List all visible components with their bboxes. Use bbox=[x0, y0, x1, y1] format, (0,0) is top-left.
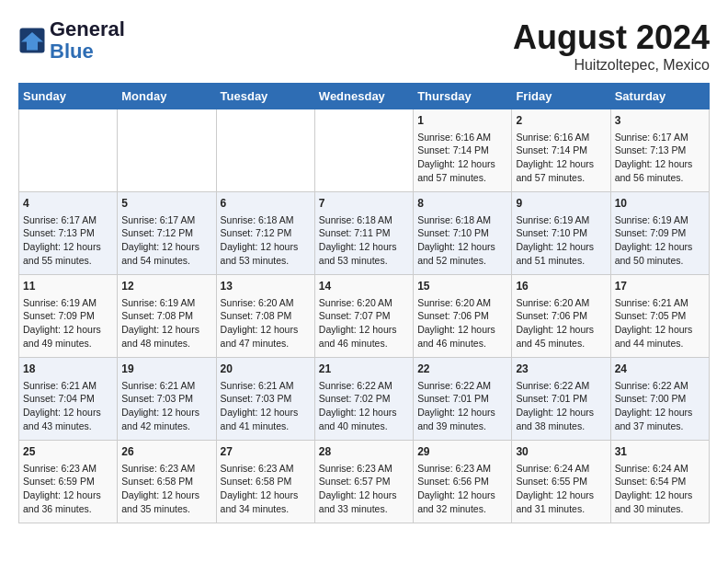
day-info: and 38 minutes. bbox=[516, 419, 606, 433]
day-info: Daylight: 12 hours bbox=[319, 488, 409, 502]
day-number: 24 bbox=[615, 362, 705, 377]
day-number: 21 bbox=[319, 362, 409, 377]
calendar-cell: 9Sunrise: 6:19 AMSunset: 7:10 PMDaylight… bbox=[512, 192, 610, 275]
day-number: 11 bbox=[23, 279, 113, 294]
day-info: Sunrise: 6:23 AM bbox=[221, 462, 311, 476]
day-number: 30 bbox=[516, 444, 606, 460]
day-info: Sunrise: 6:23 AM bbox=[319, 462, 409, 476]
calendar-cell: 27Sunrise: 6:23 AMSunset: 6:58 PMDayligh… bbox=[216, 441, 314, 523]
day-number: 23 bbox=[516, 362, 606, 377]
column-header-sunday: Sunday bbox=[19, 84, 118, 109]
day-number: 26 bbox=[121, 444, 211, 460]
day-info: and 53 minutes. bbox=[319, 254, 409, 268]
day-number: 16 bbox=[516, 279, 606, 294]
day-info: Sunrise: 6:24 AM bbox=[516, 462, 606, 476]
calendar-cell: 12Sunrise: 6:19 AMSunset: 7:08 PMDayligh… bbox=[118, 275, 216, 358]
day-info: Sunset: 7:11 PM bbox=[319, 226, 409, 240]
day-info: Daylight: 12 hours bbox=[221, 240, 311, 254]
day-info: Daylight: 12 hours bbox=[319, 240, 409, 254]
day-info: and 46 minutes. bbox=[319, 337, 409, 350]
day-info: and 57 minutes. bbox=[417, 171, 507, 185]
calendar-cell: 18Sunrise: 6:21 AMSunset: 7:04 PMDayligh… bbox=[19, 358, 118, 441]
calendar-cell: 16Sunrise: 6:20 AMSunset: 7:06 PMDayligh… bbox=[512, 275, 610, 358]
calendar-header-row: SundayMondayTuesdayWednesdayThursdayFrid… bbox=[19, 84, 710, 109]
day-info: Sunset: 7:07 PM bbox=[319, 309, 409, 323]
day-number: 15 bbox=[417, 279, 507, 294]
calendar-cell: 20Sunrise: 6:21 AMSunset: 7:03 PMDayligh… bbox=[216, 358, 314, 441]
day-info: Daylight: 12 hours bbox=[417, 488, 507, 502]
day-info: Daylight: 12 hours bbox=[516, 406, 606, 419]
day-number: 6 bbox=[221, 196, 311, 212]
day-info: Sunset: 7:08 PM bbox=[221, 309, 311, 323]
day-info: Daylight: 12 hours bbox=[23, 240, 113, 254]
day-number: 12 bbox=[121, 279, 211, 294]
day-info: Sunrise: 6:21 AM bbox=[23, 379, 113, 393]
day-info: Sunrise: 6:22 AM bbox=[516, 379, 606, 393]
day-info: and 31 minutes. bbox=[516, 502, 606, 516]
day-info: Sunset: 7:12 PM bbox=[221, 226, 311, 240]
calendar-cell: 19Sunrise: 6:21 AMSunset: 7:03 PMDayligh… bbox=[118, 358, 216, 441]
calendar-cell: 10Sunrise: 6:19 AMSunset: 7:09 PMDayligh… bbox=[610, 192, 709, 275]
day-info: and 48 minutes. bbox=[121, 337, 211, 350]
day-info: Sunset: 6:58 PM bbox=[221, 475, 311, 488]
location-subtitle: Huitzoltepec, Mexico bbox=[513, 57, 710, 74]
day-info: Sunset: 7:03 PM bbox=[221, 392, 311, 406]
calendar-cell: 30Sunrise: 6:24 AMSunset: 6:55 PMDayligh… bbox=[512, 441, 610, 523]
day-info: Sunrise: 6:20 AM bbox=[417, 296, 507, 310]
day-info: Daylight: 12 hours bbox=[221, 488, 311, 502]
calendar-cell: 5Sunrise: 6:17 AMSunset: 7:12 PMDaylight… bbox=[118, 192, 216, 275]
day-info: and 40 minutes. bbox=[319, 419, 409, 433]
day-info: and 57 minutes. bbox=[516, 171, 606, 185]
column-header-tuesday: Tuesday bbox=[216, 84, 314, 109]
column-header-wednesday: Wednesday bbox=[314, 84, 413, 109]
day-info: Sunrise: 6:22 AM bbox=[417, 379, 507, 393]
day-info: Daylight: 12 hours bbox=[23, 323, 113, 337]
day-info: Sunrise: 6:23 AM bbox=[417, 462, 507, 476]
day-info: Daylight: 12 hours bbox=[221, 323, 311, 337]
calendar-cell: 8Sunrise: 6:18 AMSunset: 7:10 PMDaylight… bbox=[414, 192, 512, 275]
day-info: Sunset: 7:14 PM bbox=[417, 144, 507, 157]
logo-line2: Blue bbox=[50, 40, 125, 63]
day-info: Daylight: 12 hours bbox=[615, 157, 705, 171]
day-info: and 56 minutes. bbox=[615, 171, 705, 185]
day-info: Sunset: 7:09 PM bbox=[615, 226, 705, 240]
day-info: Sunset: 7:06 PM bbox=[417, 309, 507, 323]
logo: General Blue bbox=[18, 18, 125, 63]
day-info: Daylight: 12 hours bbox=[417, 240, 507, 254]
day-info: Sunset: 6:56 PM bbox=[417, 475, 507, 488]
day-info: Sunset: 7:09 PM bbox=[23, 309, 113, 323]
day-info: Sunrise: 6:19 AM bbox=[615, 213, 705, 227]
day-info: Sunrise: 6:16 AM bbox=[516, 131, 606, 144]
calendar-cell bbox=[314, 109, 413, 192]
day-info: Sunset: 6:57 PM bbox=[319, 475, 409, 488]
calendar-week-row: 4Sunrise: 6:17 AMSunset: 7:13 PMDaylight… bbox=[19, 192, 710, 275]
day-info: Sunrise: 6:24 AM bbox=[615, 462, 705, 476]
day-info: Sunrise: 6:20 AM bbox=[319, 296, 409, 310]
day-info: and 55 minutes. bbox=[23, 254, 113, 268]
day-info: and 53 minutes. bbox=[221, 254, 311, 268]
day-info: Sunrise: 6:17 AM bbox=[615, 131, 705, 144]
day-number: 28 bbox=[319, 444, 409, 460]
calendar-cell: 26Sunrise: 6:23 AMSunset: 6:58 PMDayligh… bbox=[118, 441, 216, 523]
day-info: Daylight: 12 hours bbox=[121, 488, 211, 502]
day-info: Sunset: 6:58 PM bbox=[121, 475, 211, 488]
day-info: Daylight: 12 hours bbox=[615, 240, 705, 254]
calendar-cell: 29Sunrise: 6:23 AMSunset: 6:56 PMDayligh… bbox=[414, 441, 512, 523]
day-info: Sunrise: 6:20 AM bbox=[516, 296, 606, 310]
column-header-friday: Friday bbox=[512, 84, 610, 109]
day-info: and 47 minutes. bbox=[221, 337, 311, 350]
logo-line1: General bbox=[50, 18, 125, 40]
day-number: 8 bbox=[417, 196, 507, 212]
day-info: Sunset: 7:00 PM bbox=[615, 392, 705, 406]
day-info: Daylight: 12 hours bbox=[121, 406, 211, 419]
day-number: 9 bbox=[516, 196, 606, 212]
calendar-cell: 14Sunrise: 6:20 AMSunset: 7:07 PMDayligh… bbox=[314, 275, 413, 358]
day-info: Daylight: 12 hours bbox=[615, 406, 705, 419]
day-info: and 39 minutes. bbox=[417, 419, 507, 433]
day-info: Sunset: 7:14 PM bbox=[516, 144, 606, 157]
month-year-title: August 2024 bbox=[513, 18, 710, 57]
logo-icon bbox=[18, 27, 46, 54]
calendar-cell: 17Sunrise: 6:21 AMSunset: 7:05 PMDayligh… bbox=[610, 275, 709, 358]
calendar-cell bbox=[19, 109, 118, 192]
page-header: General Blue August 2024 Huitzoltepec, M… bbox=[18, 18, 710, 74]
